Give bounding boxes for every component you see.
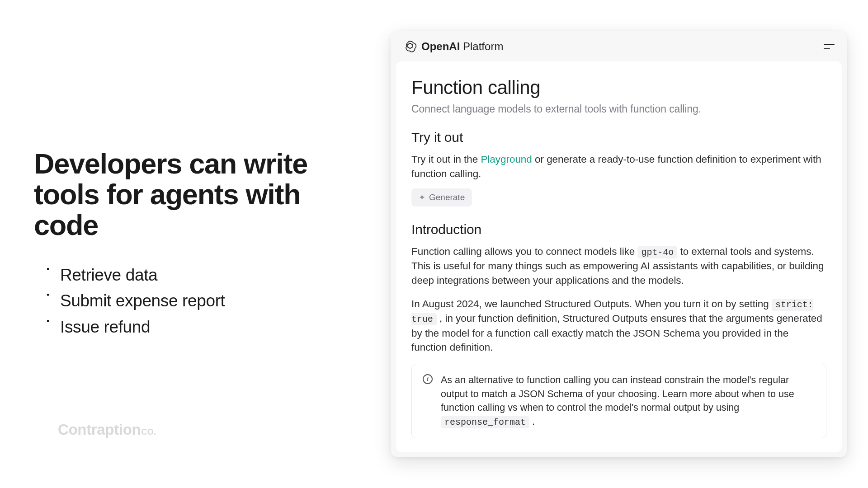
doc-header: OpenAI Platform [391, 31, 847, 61]
code-model: gpt-4o [637, 246, 677, 258]
doc-window: OpenAI Platform Function calling Connect… [391, 31, 847, 458]
footer-brand: ContraptionCO. [58, 421, 156, 438]
info-icon: i [423, 374, 433, 384]
info-callout: i As an alternative to function calling … [411, 364, 826, 438]
try-paragraph: Try it out in the Playground or generate… [411, 152, 826, 181]
bullet-list: Retrieve data Submit expense report Issu… [34, 262, 363, 340]
brand-name-bold: OpenAI [421, 40, 460, 52]
section-intro-heading: Introduction [411, 222, 826, 237]
sparkle-icon: ✦ [419, 192, 425, 202]
list-item: Issue refund [47, 314, 363, 340]
openai-brand: OpenAI Platform [403, 40, 503, 53]
code-response-format: response_format [441, 416, 529, 428]
list-item: Retrieve data [47, 262, 363, 288]
page-subtitle: Connect language models to external tool… [411, 103, 826, 115]
menu-icon[interactable] [824, 43, 835, 50]
list-item: Submit expense report [47, 288, 363, 314]
intro-paragraph-2: In August 2024, we launched Structured O… [411, 297, 826, 355]
section-try-heading: Try it out [411, 130, 826, 145]
brand-name-thin: Platform [460, 40, 503, 52]
generate-button[interactable]: ✦ Generate [411, 188, 472, 206]
playground-link[interactable]: Playground [481, 154, 532, 165]
page-title: Function calling [411, 77, 826, 99]
openai-logo-icon [403, 40, 417, 53]
slide-headline: Developers can write tools for agents wi… [34, 148, 363, 240]
intro-paragraph-1: Function calling allows you to connect m… [411, 244, 826, 288]
